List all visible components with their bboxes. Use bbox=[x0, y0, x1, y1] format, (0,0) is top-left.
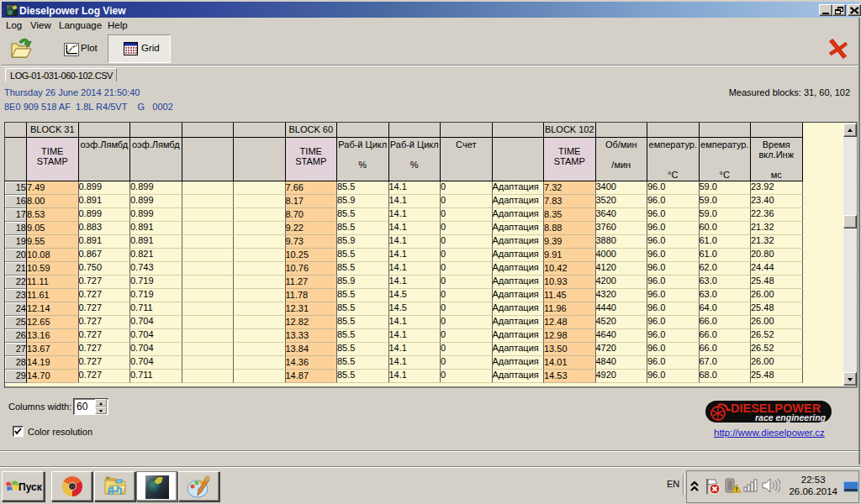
svg-text:!: ! bbox=[736, 486, 738, 493]
